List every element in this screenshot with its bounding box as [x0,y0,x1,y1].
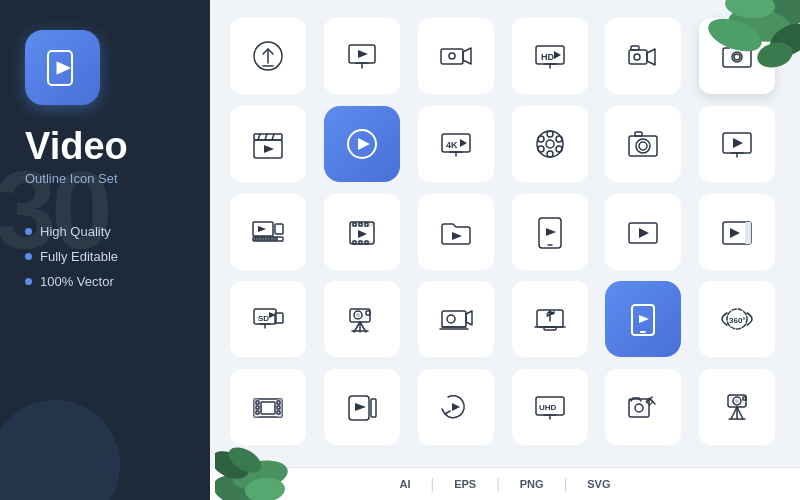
icon-cell-camera-lens [605,106,681,182]
icon-cell-camera-edit [605,369,681,445]
svg-text:UHD: UHD [539,403,557,412]
svg-rect-88 [745,222,751,244]
svg-rect-28 [629,50,647,64]
icon-cell-upload [230,18,306,94]
footer-eps: EPS [454,478,476,490]
footer-png: PNG [520,478,544,490]
svg-text:HD: HD [541,52,554,62]
left-panel: 30 Video Outline Icon Set High Quality F… [0,0,210,500]
footer-label-ai: AI [399,478,410,490]
svg-rect-69 [273,238,277,240]
icon-cell-film-reel [512,106,588,182]
icon-cell-laptop-upload [512,281,588,357]
footer-divider-1: | [430,476,434,492]
svg-marker-83 [546,228,556,236]
footer-ai: AI [399,478,410,490]
big-number: 30 [0,155,107,265]
icon-cell-monitor [324,18,400,94]
svg-marker-1 [57,62,70,74]
icon-cell-video-editor [230,194,306,270]
footer-divider-3: | [564,476,568,492]
svg-point-57 [639,142,647,150]
icon-cell-refresh-play [418,369,494,445]
svg-marker-115 [639,315,649,323]
svg-rect-131 [371,399,376,417]
svg-rect-68 [267,238,271,240]
icon-cell-camera-tripod [699,369,775,445]
svg-point-49 [547,131,553,137]
svg-marker-39 [264,145,274,153]
svg-marker-29 [647,49,655,65]
feature-label-3: 100% Vector [40,274,114,289]
svg-point-56 [636,139,650,153]
svg-point-22 [449,53,455,59]
svg-rect-58 [635,132,642,136]
svg-marker-132 [452,403,460,411]
svg-marker-60 [733,138,743,148]
svg-line-38 [272,134,274,140]
svg-rect-145 [743,397,746,400]
icon-cell-camcorder [605,18,681,94]
svg-point-144 [735,399,739,403]
svg-point-98 [356,313,360,317]
svg-rect-20 [441,49,463,64]
svg-marker-25 [554,51,561,59]
app-icon [25,30,100,105]
svg-point-50 [547,151,553,157]
icon-cell-tablet-play [512,194,588,270]
svg-rect-70 [275,224,283,234]
svg-text:360°: 360° [729,316,746,325]
icon-cell-sd-monitor: SD [230,281,306,357]
feature-item-3: 100% Vector [25,274,118,289]
svg-line-36 [258,134,260,140]
footer-label-svg: SVG [587,478,610,490]
svg-marker-44 [460,139,467,147]
icon-cell-4k: 4K [418,106,494,182]
icon-cell-play-folder [418,194,494,270]
icon-cell-tablet-blue[interactable] [605,281,681,357]
svg-rect-30 [631,46,639,50]
icon-cell-camera-record [418,18,494,94]
icon-cell-play-blue[interactable] [324,106,400,182]
icon-cell-360: 360° [699,281,775,357]
icon-cell-play-card [605,194,681,270]
svg-text:4K: 4K [446,140,458,150]
svg-marker-17 [358,50,368,58]
svg-point-51 [538,136,544,142]
icon-cell-tripod-camera [324,281,400,357]
svg-rect-113 [544,327,556,330]
icon-cell-video-laptop [418,281,494,357]
footer-divider-2: | [496,476,500,492]
svg-marker-81 [452,232,462,240]
icon-cell-monitor-play [699,106,775,182]
svg-marker-21 [463,48,471,64]
svg-marker-80 [358,230,367,238]
icon-cell-play-circle [324,369,400,445]
svg-rect-67 [261,238,265,240]
svg-point-106 [447,315,455,323]
svg-rect-104 [442,311,466,327]
icon-cell-filmstrip-play [324,194,400,270]
right-panel: HD 4K [210,0,800,500]
svg-point-31 [634,54,640,60]
svg-rect-99 [366,311,370,315]
svg-point-47 [537,131,563,157]
svg-point-138 [635,404,643,412]
footer-label-eps: EPS [454,478,476,490]
icon-cell-uhd: UHD [512,369,588,445]
svg-marker-105 [466,311,472,325]
svg-rect-66 [255,238,259,240]
svg-point-53 [538,146,544,152]
svg-marker-64 [258,226,266,232]
svg-line-147 [737,407,743,419]
svg-rect-128 [261,402,275,414]
svg-point-52 [556,136,562,142]
svg-marker-130 [355,403,366,411]
footer-svg: SVG [587,478,610,490]
footer-label-png: PNG [520,478,544,490]
svg-text:SD: SD [258,314,269,323]
plant-top-decoration [690,0,800,100]
icon-cell-side-play [699,194,775,270]
svg-marker-89 [730,228,740,238]
svg-line-37 [265,134,267,140]
